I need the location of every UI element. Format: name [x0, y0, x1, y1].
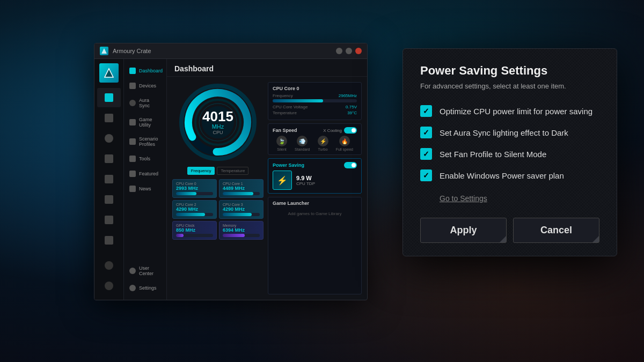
main-content: Dashboard: [167, 59, 367, 300]
checkbox-3[interactable]: ✓: [420, 148, 432, 160]
core-0: CPU Core 0 2993 MHz: [172, 179, 217, 198]
checkbox-4[interactable]: ✓: [420, 169, 432, 181]
page-title: Dashboard: [174, 64, 360, 73]
fan-silent-icon: 🍃: [276, 136, 287, 146]
checkbox-item-4[interactable]: ✓ Enable Windows Power saver plan: [420, 169, 599, 181]
core-2: CPU Core 2 4290 MHz: [172, 200, 217, 219]
apply-button[interactable]: Apply: [420, 218, 507, 243]
checkbox-2[interactable]: ✓: [420, 127, 432, 138]
gauge-section: 4015 MHz CPU Frequency Temperature CPU C: [172, 82, 264, 294]
app-title: Armoury Crate: [113, 48, 151, 54]
power-saving-panel: Power Saving ⚡ 9.9 W CPU TDP: [268, 158, 362, 194]
sidebar-item-news[interactable]: [97, 231, 121, 250]
nav-item-featured[interactable]: Featured: [124, 166, 166, 181]
checkbox-item-1[interactable]: ✓ Optimize CPU power limit for power sav…: [420, 105, 599, 117]
app-window: Armoury Crate: [94, 43, 368, 300]
sidebar-item-scenario[interactable]: [97, 169, 121, 189]
fan-standard-icon: 💨: [297, 136, 308, 146]
frequency-tabs: Frequency Temperature: [187, 167, 249, 175]
fan-turbo[interactable]: ⚡ Turbo: [318, 136, 328, 151]
power-icon: ⚡: [273, 171, 292, 190]
close-button[interactable]: [355, 48, 362, 54]
sidebar-item-featured[interactable]: [97, 210, 121, 230]
checkbox-label-3: Set Fan Profile to Silent Mode: [440, 150, 546, 159]
main-header: Dashboard: [167, 59, 367, 77]
right-panels: CPU Core 0 Frequency 2965MHz CPU Core Vo…: [268, 82, 362, 294]
power-saving-dialog: Power Saving Settings For advanced setti…: [402, 48, 617, 256]
nav-item-devices[interactable]: Devices: [124, 78, 166, 93]
dialog-buttons: Apply Cancel: [420, 218, 599, 243]
title-bar: Armoury Crate: [94, 43, 367, 59]
fan-speed-panel: Fan Speed X Cooling 🍃 Silent: [268, 123, 362, 155]
sidebar-item-game-utility[interactable]: [97, 149, 121, 168]
fan-mode-icons: 🍃 Silent 💨 Standard ⚡ Turbo: [273, 136, 357, 151]
sidebar-item-dashboard[interactable]: [97, 88, 121, 107]
core-1: CPU Core 1 4489 MHz: [219, 179, 264, 198]
gpu-clock: GPU Clock 850 MHz: [172, 221, 217, 240]
sidebar-item-settings[interactable]: [97, 276, 121, 295]
checkbox-list: ✓ Optimize CPU power limit for power sav…: [420, 105, 599, 181]
maximize-button[interactable]: [346, 48, 352, 54]
nav-item-tools[interactable]: Tools: [124, 151, 166, 166]
nav-item-dashboard[interactable]: Dashboard: [124, 63, 166, 78]
sidebar: [94, 59, 124, 300]
svg-marker-0: [101, 48, 107, 54]
power-toggle[interactable]: [344, 162, 357, 168]
minimize-button[interactable]: [336, 48, 342, 54]
sidebar-item-devices[interactable]: [97, 108, 121, 128]
nav-panel: Dashboard Devices Aura Sync Game Utility…: [124, 59, 167, 300]
nav-item-user[interactable]: User Center: [124, 261, 166, 280]
tab-temperature[interactable]: Temperature: [217, 167, 248, 175]
fan-full-icon: 🔥: [339, 136, 350, 146]
cpu-core-panel: CPU Core 0 Frequency 2965MHz CPU Core Vo…: [268, 82, 362, 120]
sidebar-logo: [99, 63, 119, 83]
game-launcher-panel: Game Launcher Add games to Game Library: [268, 197, 362, 294]
sidebar-item-user[interactable]: [97, 256, 121, 275]
tab-frequency[interactable]: Frequency: [187, 167, 215, 175]
gauge-value: 4015 MHz CPU: [202, 109, 233, 135]
nav-item-scenario[interactable]: Scenario Profiles: [124, 132, 166, 151]
fan-turbo-icon: ⚡: [318, 136, 328, 146]
memory-clock: Memory 6394 MHz: [219, 221, 264, 240]
cancel-button[interactable]: Cancel: [513, 218, 599, 243]
nav-item-settings[interactable]: Settings: [124, 280, 166, 295]
dialog-title: Power Saving Settings: [420, 64, 599, 78]
checkbox-label-2: Set Aura Sync lighting effect to Dark: [440, 128, 568, 137]
app-icon: [100, 47, 108, 55]
game-add-text: Add games to Game Library: [273, 211, 357, 216]
cpu-gauge: 4015 MHz CPU: [178, 82, 258, 162]
cores-grid: CPU Core 0 2993 MHz CPU Core 1 4489 MHz …: [172, 179, 264, 240]
checkbox-1[interactable]: ✓: [420, 105, 432, 117]
power-values: 9.9 W CPU TDP: [296, 175, 315, 186]
sidebar-item-aura-sync[interactable]: [97, 129, 121, 148]
nav-item-game-utility[interactable]: Game Utility: [124, 113, 166, 132]
sidebar-item-tools[interactable]: [97, 190, 121, 209]
fan-toggle[interactable]: [344, 127, 357, 134]
goto-settings-link[interactable]: Go to Settings: [440, 194, 487, 203]
checkbox-item-3[interactable]: ✓ Set Fan Profile to Silent Mode: [420, 148, 599, 160]
goto-settings: Go to Settings: [420, 194, 599, 203]
checkbox-label-1: Optimize CPU power limit for power savin…: [440, 107, 592, 116]
fan-standard[interactable]: 💨 Standard: [295, 136, 310, 151]
svg-marker-1: [105, 69, 113, 77]
checkbox-label-4: Enable Windows Power saver plan: [440, 171, 564, 180]
fan-full[interactable]: 🔥 Full speed: [336, 136, 353, 151]
core-3: CPU Core 3 4290 MHz: [219, 200, 264, 219]
dialog-subtitle: For advanced settings, select at least o…: [420, 82, 599, 90]
nav-item-news[interactable]: News: [124, 181, 166, 196]
nav-item-aura[interactable]: Aura Sync: [124, 93, 166, 113]
window-controls[interactable]: [336, 48, 362, 54]
checkbox-item-2[interactable]: ✓ Set Aura Sync lighting effect to Dark: [420, 127, 599, 138]
fan-silent[interactable]: 🍃 Silent: [276, 136, 287, 151]
